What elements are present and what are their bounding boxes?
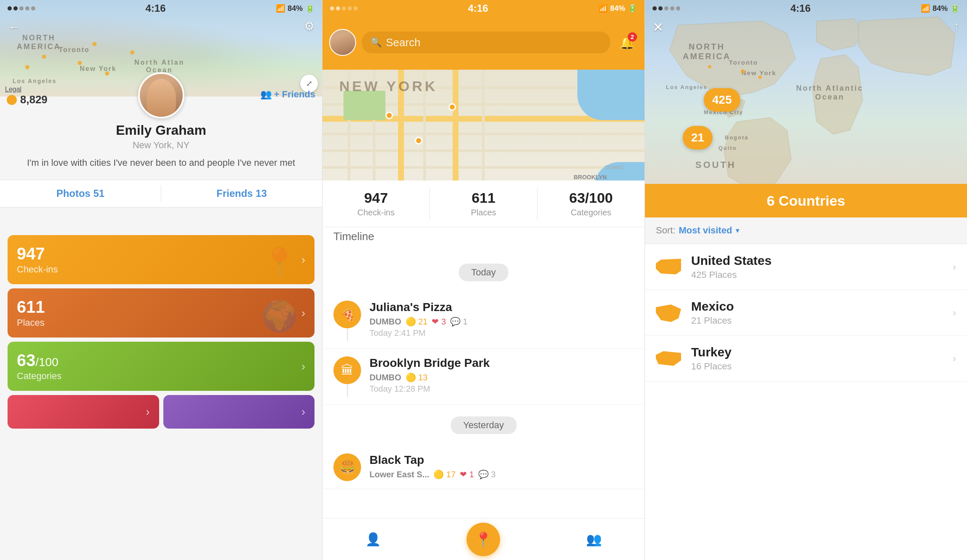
card-watermark-2: 🌍 [261, 299, 298, 333]
country-item-mexico[interactable]: Mexico 21 Places › [645, 290, 967, 336]
turkey-flag-icon [656, 349, 681, 368]
coin-indicator-2: 🟡 13 [406, 372, 428, 382]
categories-stat: 63/100 [537, 190, 645, 206]
timeline-section-label: Timeline [333, 230, 374, 243]
places-card[interactable]: 611 Places 🌍 › [8, 288, 314, 338]
places-number: 611 [17, 298, 45, 317]
map-pin [42, 55, 46, 59]
battery-icon: 🔋 [305, 4, 314, 13]
usa-name: United States [691, 254, 953, 268]
ny-label: NEW YORK [339, 78, 438, 94]
profile-section: 8,829 👥 + Friends Emily Graham New York,… [0, 72, 322, 207]
timeline-dot-wrap-2: 🏛 [333, 356, 361, 397]
card-arrow-5: › [301, 405, 305, 419]
header-avatar[interactable] [329, 29, 356, 56]
yesterday-badge: Yesterday [451, 416, 516, 434]
stats-cards: 947 Check-ins 📍 › 611 Places 🌍 › 63/100 … [0, 235, 322, 429]
timeline-item[interactable]: 🍔 Black Tap Lower East S... 🟡 17 ❤ 1 💬 3 [322, 446, 645, 489]
usa-pin-2 [758, 76, 762, 79]
countries-banner: 6 Countries [645, 184, 967, 217]
stats-checkins[interactable]: 947 Check-ins [322, 181, 430, 227]
venue-location: DUMBO [370, 317, 401, 327]
places-stat: 611 [430, 190, 537, 206]
share-button[interactable]: ↑ [954, 19, 959, 33]
search-icon: 🔍 [370, 37, 382, 48]
turkey-name: Turkey [691, 345, 953, 359]
usa-flag-icon [656, 258, 681, 276]
nav-checkin-button[interactable]: 📍 [466, 523, 500, 556]
country-item-turkey[interactable]: Turkey 16 Places › [645, 336, 967, 382]
today-badge: Today [459, 264, 508, 281]
stats-categories[interactable]: 63/100 Categories [537, 181, 645, 227]
categories-number: 63/100 [17, 351, 61, 370]
venue-location-3: Lower East S... [370, 470, 429, 479]
stats-places[interactable]: 611 Places [430, 181, 537, 227]
add-friends-button[interactable]: 👥 + Friends [260, 89, 315, 100]
person-icon: 👤 [365, 532, 381, 547]
card-arrow-3: › [301, 360, 305, 373]
venue-time: Today 2:41 PM [370, 328, 634, 338]
card-arrow-4: › [146, 405, 149, 419]
mexico-places: 21 Places [691, 315, 953, 326]
map-pin [25, 65, 29, 69]
usa-info: United States 425 Places [691, 254, 953, 280]
clock-2: 4:16 [468, 3, 488, 14]
timeline-item-content: Juliana's Pizza DUMBO 🟡 21 ❤ 3 💬 1 Today… [370, 301, 634, 338]
sort-value[interactable]: Most visited [679, 225, 732, 236]
countries-panel: 4:16 📶 84% 🔋 NORTHAMERICA North A [645, 0, 967, 560]
timeline-item[interactable]: 🍕 Juliana's Pizza DUMBO 🟡 21 ❤ 3 💬 1 Tod… [322, 293, 645, 349]
venue-location-2: DUMBO [370, 373, 401, 382]
heart-indicator-3: ❤ 1 [460, 469, 474, 479]
clock-3: 4:16 [790, 3, 810, 14]
map-pin-2 [415, 137, 422, 144]
checkins-stat: 947 [322, 190, 430, 206]
notifications-button[interactable]: 🔔 2 [616, 31, 638, 53]
country-item-usa[interactable]: United States 425 Places › [645, 244, 967, 290]
places-stat-label: Places [430, 208, 537, 217]
status-bar-3: 4:16 📶 84% 🔋 [645, 0, 967, 17]
nav-friends[interactable]: 👥 [586, 532, 602, 547]
south-label: SOUTH [695, 160, 736, 170]
north-america-label: NORTHAMERICA [683, 42, 731, 61]
tab-friends[interactable]: Friends 13 [161, 180, 322, 207]
status-bar-2: 4:16 📶 84% 🔋 [322, 0, 645, 17]
usa-arrow: › [953, 261, 956, 273]
card-arrow-2: › [301, 306, 305, 320]
nav-profile[interactable]: 👤 [365, 532, 381, 547]
comment-indicator: 💬 1 [450, 317, 468, 327]
bottom-card-2[interactable]: › [163, 395, 315, 429]
back-button[interactable]: ← [8, 19, 21, 35]
map-pin [78, 61, 82, 65]
turkey-places: 16 Places [691, 361, 953, 372]
status-bar-1: 4:16 📶 84% 🔋 [0, 0, 322, 17]
battery-text-3: 84% [933, 4, 948, 13]
venue-name-2: Brooklyn Bridge Park [370, 356, 634, 370]
mexico-count-bubble: 21 [683, 126, 713, 149]
timeline-dot-wrap-3: 🍔 [333, 453, 361, 481]
close-button[interactable]: ✕ [653, 19, 664, 35]
places-label: Places [17, 317, 45, 328]
search-bar[interactable]: 🔍 Search [362, 31, 610, 53]
categories-card[interactable]: 63/100 Categories › [8, 342, 314, 391]
timeline-list: Today 🍕 Juliana's Pizza DUMBO 🟡 21 ❤ 3 💬… [322, 252, 645, 518]
bottom-card-1[interactable]: › [8, 395, 159, 429]
ocean-label: North AtlanOcean [134, 59, 185, 74]
tab-photos[interactable]: Photos 51 [0, 180, 161, 207]
timeline-item[interactable]: 🏛 Brooklyn Bridge Park DUMBO 🟡 13 Today … [322, 349, 645, 405]
notification-badge: 2 [628, 32, 637, 42]
battery-icon-2: 🔋 [628, 4, 637, 13]
map-preview[interactable]: NEW YORK Legal BROOKLYNBRIDGE DUMBO [322, 70, 645, 196]
checkins-card[interactable]: 947 Check-ins 📍 › [8, 235, 314, 284]
chevron-down-icon[interactable]: ▾ [736, 226, 739, 235]
countries-count: 6 Countries [767, 193, 845, 209]
timeline-panel: 4:16 📶 84% 🔋 🔍 Search 🔔 2 [322, 0, 645, 560]
battery-text-2: 84% [610, 4, 625, 13]
clock: 4:16 [145, 3, 165, 14]
dumbo-label: DUMBO [605, 165, 624, 170]
settings-button[interactable]: ⚙ [304, 19, 314, 33]
turkey-arrow: › [953, 353, 956, 364]
battery-text: 84% [288, 4, 303, 13]
group-icon: 👥 [586, 532, 602, 547]
friends-label: + Friends [274, 89, 315, 100]
heart-indicator: ❤ 3 [432, 317, 446, 327]
